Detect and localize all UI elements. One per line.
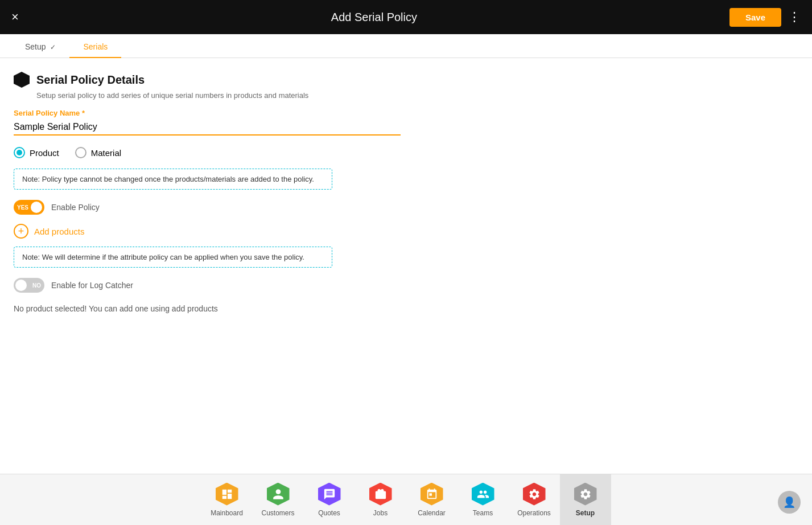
nav-item-jobs[interactable]: Jobs xyxy=(355,474,406,526)
toggle-knob xyxy=(31,202,42,213)
bottom-nav: Mainboard Customers Quotes Jobs Calendar… xyxy=(0,474,812,525)
nav-item-customers[interactable]: Customers xyxy=(253,474,304,526)
calendar-icon xyxy=(421,483,443,506)
section-description: Setup serial policy to add series of uni… xyxy=(36,91,798,100)
header: × Add Serial Policy Save ⋮ xyxy=(0,0,812,34)
mainboard-label: Mainboard xyxy=(211,509,243,517)
enable-log-catcher-label: Enable for Log Catcher xyxy=(51,281,133,290)
main-content: Serial Policy Details Setup serial polic… xyxy=(0,58,812,474)
more-options-button[interactable]: ⋮ xyxy=(788,10,801,24)
operations-icon xyxy=(523,483,546,506)
enable-policy-label: Enable Policy xyxy=(51,203,100,212)
enable-log-catcher-row: NO Enable for Log Catcher xyxy=(14,278,798,293)
jobs-label: Jobs xyxy=(373,509,388,517)
radio-material-label: Material xyxy=(91,148,121,158)
page-title: Add Serial Policy xyxy=(19,11,729,24)
add-products-icon: + xyxy=(14,224,28,239)
radio-product[interactable]: Product xyxy=(14,147,59,158)
nav-item-calendar[interactable]: Calendar xyxy=(406,474,457,526)
setup-label: Setup xyxy=(576,509,595,517)
toggle-knob-log xyxy=(15,280,27,291)
no-product-message: No product selected! You can add one usi… xyxy=(14,304,798,313)
attribute-note: Note: We will determine if the attribute… xyxy=(14,247,332,268)
nav-item-teams[interactable]: Teams xyxy=(457,474,509,526)
nav-item-mainboard[interactable]: Mainboard xyxy=(201,474,253,526)
radio-material-circle xyxy=(75,147,86,158)
tab-setup[interactable]: Setup ✓ xyxy=(11,34,69,58)
policy-name-field: Serial Policy Name * xyxy=(14,109,798,147)
avatar[interactable]: 👤 xyxy=(778,491,801,514)
enable-policy-row: YES Enable Policy xyxy=(14,200,798,215)
enable-policy-toggle[interactable]: YES xyxy=(14,200,44,215)
policy-type-group: Product Material xyxy=(14,147,798,158)
toggle-on-label: YES xyxy=(17,204,28,211)
quotes-label: Quotes xyxy=(318,509,340,517)
policy-type-note: Note: Policy type cannot be changed once… xyxy=(14,169,332,190)
close-button[interactable]: × xyxy=(11,10,19,24)
mainboard-icon xyxy=(216,483,238,506)
radio-material[interactable]: Material xyxy=(75,147,121,158)
setup-icon xyxy=(574,483,597,506)
section-icon xyxy=(14,72,30,88)
policy-name-input[interactable] xyxy=(14,120,401,136)
tabs-bar: Setup ✓ Serials xyxy=(0,34,812,58)
add-products-row[interactable]: + Add products xyxy=(14,224,798,239)
radio-product-label: Product xyxy=(30,148,59,158)
toggle-off-label: NO xyxy=(32,282,41,289)
calendar-label: Calendar xyxy=(418,509,446,517)
nav-item-operations[interactable]: Operations xyxy=(509,474,560,526)
nav-item-setup[interactable]: Setup xyxy=(560,474,611,526)
policy-name-label: Serial Policy Name * xyxy=(14,109,798,117)
section-title: Serial Policy Details xyxy=(36,73,145,87)
customers-icon xyxy=(267,483,290,506)
operations-label: Operations xyxy=(517,509,551,517)
section-header: Serial Policy Details xyxy=(14,72,798,88)
quotes-icon xyxy=(318,483,341,506)
radio-product-circle xyxy=(14,147,25,158)
add-products-label: Add products xyxy=(34,227,84,236)
save-button[interactable]: Save xyxy=(729,8,781,27)
tab-serials[interactable]: Serials xyxy=(69,34,121,58)
customers-label: Customers xyxy=(261,509,294,517)
nav-item-quotes[interactable]: Quotes xyxy=(304,474,355,526)
teams-icon xyxy=(472,483,494,506)
teams-label: Teams xyxy=(473,509,493,517)
enable-log-catcher-toggle[interactable]: NO xyxy=(14,278,44,293)
jobs-icon xyxy=(369,483,392,506)
